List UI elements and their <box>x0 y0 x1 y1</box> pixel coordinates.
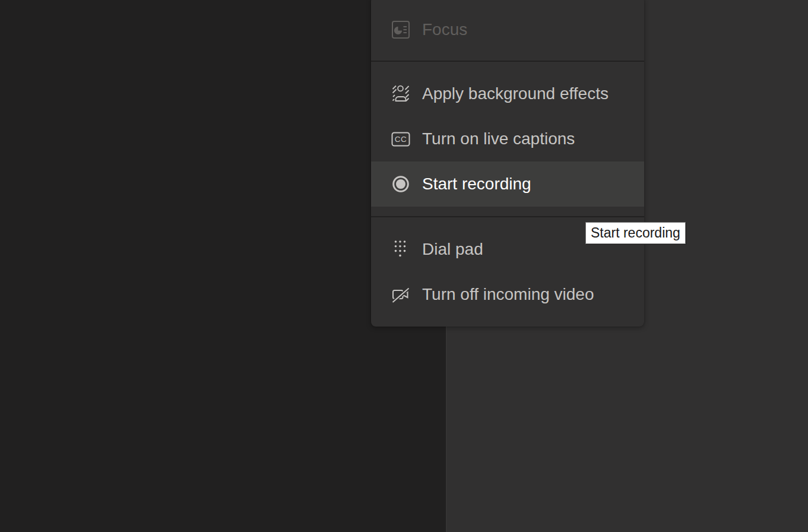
video-off-icon <box>392 286 410 303</box>
record-icon <box>392 175 410 193</box>
menu-item-label: Apply background effects <box>422 84 609 103</box>
menu-item-label: Turn off incoming video <box>422 285 594 304</box>
menu-item-start-recording[interactable]: Start recording <box>371 162 644 207</box>
more-actions-menu: Focus Apply background effects CC Turn o… <box>371 0 644 327</box>
background-effects-icon <box>392 85 410 103</box>
svg-text:CC: CC <box>395 135 407 144</box>
start-recording-tooltip: Start recording <box>585 222 686 244</box>
menu-item-label: Turn on live captions <box>422 129 575 148</box>
menu-item-turn-on-live-captions[interactable]: CC Turn on live captions <box>371 116 644 162</box>
menu-section-focus: Focus <box>371 0 644 61</box>
focus-icon <box>392 21 410 39</box>
menu-item-apply-background-effects[interactable]: Apply background effects <box>371 71 644 116</box>
menu-item-focus[interactable]: Focus <box>371 7 644 52</box>
menu-section-main: Apply background effects CC Turn on live… <box>371 62 644 216</box>
tooltip-text: Start recording <box>591 225 680 240</box>
menu-item-label: Start recording <box>422 175 531 194</box>
closed-captions-icon: CC <box>392 130 410 148</box>
menu-item-label: Dial pad <box>422 240 483 259</box>
menu-item-label: Focus <box>422 20 467 39</box>
menu-item-turn-off-incoming-video[interactable]: Turn off incoming video <box>371 272 644 317</box>
dialpad-icon <box>392 240 410 258</box>
